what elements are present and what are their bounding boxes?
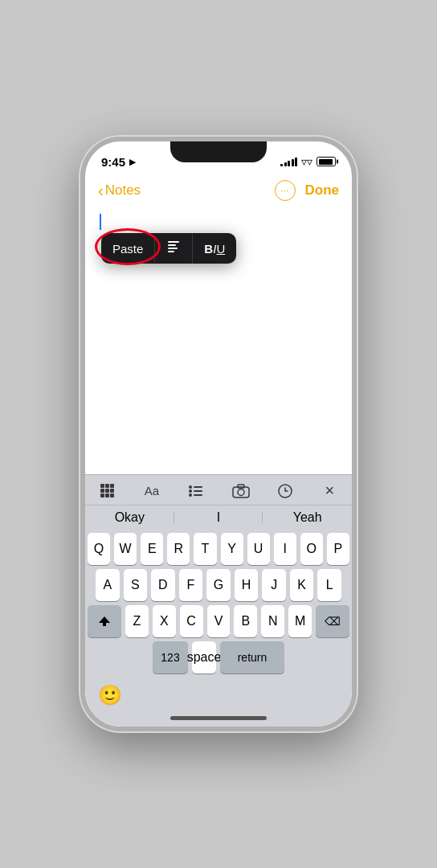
close-icon[interactable]: × — [315, 481, 344, 500]
key-u[interactable]: U — [247, 533, 270, 565]
svg-rect-12 — [238, 485, 244, 488]
key-d[interactable]: D — [151, 569, 175, 601]
key-p[interactable]: P — [327, 533, 349, 565]
keyboard-row-2: A S D F G H J K L — [88, 569, 349, 601]
status-time: 9:45 ▶ — [101, 155, 136, 169]
markup-icon[interactable] — [271, 483, 300, 499]
paste-button[interactable]: Paste — [101, 235, 155, 262]
formatting-toolbar: Aa — [85, 474, 352, 505]
key-s[interactable]: S — [124, 569, 148, 601]
autocorrect-item-1[interactable]: Okay — [85, 510, 174, 525]
autocorrect-item-2[interactable]: I — [174, 510, 263, 525]
svg-rect-9 — [194, 494, 202, 496]
numbers-key[interactable]: 123 — [153, 641, 188, 674]
emoji-icon[interactable]: 🙂 — [98, 684, 122, 706]
key-a[interactable]: A — [96, 569, 120, 601]
text-format-icon[interactable]: Aa — [137, 484, 166, 497]
keyboard-row-3: Z X C V B N M ⌫ — [88, 605, 349, 637]
nav-bar: ‹ Notes ··· Done — [85, 177, 352, 207]
key-q[interactable]: Q — [88, 533, 110, 565]
home-indicator-area — [85, 713, 352, 727]
time-display: 9:45 — [101, 155, 125, 169]
space-key[interactable]: space — [192, 641, 216, 674]
done-button[interactable]: Done — [305, 182, 340, 199]
bottom-bar: 🙂 — [85, 679, 352, 713]
status-icons: ▿▿ — [280, 155, 336, 168]
context-menu: Paste BIU — [101, 233, 236, 264]
nav-right-controls: ··· Done — [275, 180, 340, 201]
key-b[interactable]: B — [234, 605, 257, 637]
key-h[interactable]: H — [235, 569, 259, 601]
svg-rect-3 — [168, 251, 174, 252]
back-label: Notes — [105, 182, 141, 199]
keyboard: Q W E R T Y U I O P A S D F G H J K — [85, 530, 352, 679]
shift-key[interactable] — [88, 605, 121, 637]
svg-rect-1 — [168, 244, 176, 246]
format-button[interactable] — [155, 233, 193, 264]
battery-icon — [317, 157, 336, 166]
back-button[interactable]: ‹ Notes — [98, 182, 141, 199]
svg-rect-7 — [194, 490, 202, 492]
key-r[interactable]: R — [167, 533, 190, 565]
svg-rect-5 — [194, 486, 202, 488]
list-icon[interactable] — [182, 484, 210, 498]
camera-icon[interactable] — [227, 484, 255, 498]
key-g[interactable]: G — [206, 569, 231, 601]
key-y[interactable]: Y — [221, 533, 243, 565]
notch — [170, 141, 267, 162]
svg-rect-0 — [168, 241, 179, 243]
home-indicator — [170, 716, 267, 720]
keyboard-row-4: 123 space return — [88, 641, 349, 674]
return-key[interactable]: return — [220, 641, 284, 674]
location-icon: ▶ — [129, 158, 136, 166]
phone-screen: 9:45 ▶ ▿▿ ‹ Notes — [85, 141, 352, 727]
svg-rect-2 — [168, 248, 178, 249]
chevron-left-icon: ‹ — [98, 182, 104, 199]
svg-point-8 — [189, 493, 192, 497]
svg-point-4 — [189, 485, 192, 489]
key-m[interactable]: M — [288, 605, 312, 637]
text-cursor — [100, 214, 101, 230]
svg-point-11 — [238, 489, 244, 495]
key-x[interactable]: X — [153, 605, 176, 637]
key-n[interactable]: N — [261, 605, 284, 637]
phone-frame: 9:45 ▶ ▿▿ ‹ Notes — [80, 137, 357, 731]
key-k[interactable]: K — [290, 569, 314, 601]
key-c[interactable]: C — [180, 605, 203, 637]
key-i[interactable]: I — [274, 533, 296, 565]
table-icon[interactable] — [93, 484, 122, 497]
key-f[interactable]: F — [179, 569, 203, 601]
keyboard-row-1: Q W E R T Y U I O P — [88, 533, 349, 565]
signal-icon — [280, 158, 297, 166]
key-z[interactable]: Z — [125, 605, 149, 637]
key-v[interactable]: V — [207, 605, 231, 637]
key-j[interactable]: J — [262, 569, 286, 601]
key-w[interactable]: W — [114, 533, 137, 565]
key-o[interactable]: O — [300, 533, 323, 565]
note-area[interactable]: Paste BIU — [85, 207, 352, 474]
more-button[interactable]: ··· — [275, 180, 296, 201]
key-l[interactable]: L — [317, 569, 341, 601]
biu-button[interactable]: BIU — [193, 235, 236, 262]
key-e[interactable]: E — [141, 533, 163, 565]
key-t[interactable]: T — [194, 533, 216, 565]
backspace-key[interactable]: ⌫ — [316, 605, 349, 637]
wifi-icon: ▿▿ — [301, 155, 312, 168]
autocorrect-item-3[interactable]: Yeah — [263, 510, 352, 525]
svg-point-6 — [189, 489, 192, 493]
autocorrect-bar: Okay I Yeah — [85, 505, 352, 530]
